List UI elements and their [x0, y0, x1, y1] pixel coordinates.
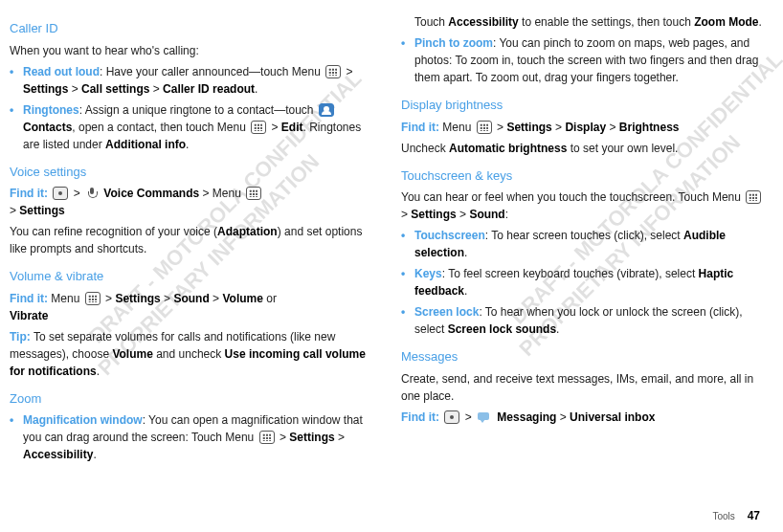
touchscreen-keys-heading: Touchscreen & keys [401, 166, 764, 186]
messages-heading: Messages [401, 347, 764, 366]
apps-icon-5 [259, 431, 275, 444]
screen-lock-item: Screen lock: To hear when you lock or un… [401, 303, 764, 338]
messages-find-it: Find it: > Messaging > Universal inbox [401, 409, 764, 426]
messages-body: Create, send, and receive text messages,… [401, 370, 764, 405]
display-body: Uncheck Automatic brightness to set your… [401, 140, 764, 157]
footer-section: Tools [713, 511, 735, 521]
touchscreen-label: Touchscreen [414, 229, 485, 242]
contacts-label: Contacts [23, 121, 72, 134]
apps-icon-6 [477, 121, 492, 134]
magnification-label: Magnification window [23, 413, 143, 427]
caller-id-heading: Caller ID [10, 19, 372, 38]
ringtones-item: Ringtones: Assign a unique ringtone to a… [10, 101, 372, 153]
messaging-icon [477, 410, 492, 424]
messaging-label: Messaging [497, 410, 556, 424]
display-label: Display [565, 121, 606, 134]
microphone-icon [85, 187, 99, 200]
apps-icon-7 [746, 190, 761, 204]
right-column: Touch Accessibility to enable the settin… [401, 10, 764, 467]
display-brightness-heading: Display brightness [401, 96, 764, 115]
touch-intro: You can hear or feel when you touch the … [401, 188, 764, 223]
voice-settings-heading: Voice settings [10, 163, 372, 182]
page-number: 47 [748, 509, 760, 522]
read-out-loud-text: : Have your caller announced—touch Menu [100, 65, 324, 78]
screen-lock-label: Screen lock [414, 305, 479, 319]
settings-label: Settings [23, 82, 68, 96]
screen-lock-sounds-label: Screen lock sounds [448, 322, 556, 336]
brightness-label: Brightness [619, 121, 680, 134]
launcher-icon [53, 187, 68, 200]
zoom-mode-label: Zoom Mode [694, 15, 758, 29]
pinch-zoom-label: Pinch to zoom [414, 36, 493, 50]
keys-label: Keys [414, 267, 442, 280]
edit-label: Edit [281, 121, 303, 134]
caller-id-readout-label: Caller ID readout [163, 82, 255, 96]
vibrate-label: Vibrate [10, 309, 48, 322]
apps-icon-4 [85, 292, 101, 305]
adaptation-label: Adaptation [217, 225, 278, 238]
voice-find-it: Find it: > Voice Commands > Menu > Setti… [10, 185, 372, 219]
left-column: Caller ID When you want to hear who's ca… [10, 10, 372, 467]
launcher-icon-2 [444, 410, 459, 424]
contacts-icon [319, 103, 334, 117]
apps-icon-3 [246, 187, 261, 200]
voice-commands-label: Voice Commands [103, 187, 199, 200]
call-settings-label: Call settings [81, 82, 149, 96]
caller-id-intro: When you want to hear who's calling: [10, 42, 372, 59]
volume-tip: Tip: To set separate volumes for calls a… [10, 328, 372, 380]
magnification-item: Magnification window: You can open a mag… [10, 411, 372, 463]
accessibility-label: Accessibility [23, 448, 93, 461]
auto-brightness-label: Automatic brightness [449, 142, 567, 155]
zoom-continuation: Touch Accessibility to enable the settin… [401, 13, 764, 31]
voice-settings-label: Settings [19, 204, 64, 217]
additional-info-label: Additional info [105, 138, 186, 151]
volume-label: Volume [222, 292, 262, 305]
pinch-zoom-item: Pinch to zoom: You can pinch to zoom on … [401, 34, 764, 86]
page-footer: Tools 47 [713, 507, 761, 524]
apps-icon [325, 65, 341, 78]
read-out-loud-item: Read out loud: Have your caller announce… [10, 63, 372, 98]
universal-inbox-label: Universal inbox [570, 410, 655, 424]
voice-body: You can refine recognition of your voice… [10, 223, 372, 257]
keys-item: Keys: To feel screen keyboard touches (v… [401, 265, 764, 299]
display-find-it: Find it: Menu > Settings > Display > Bri… [401, 119, 764, 136]
apps-icon-2 [251, 121, 266, 134]
ringtones-label: Ringtones [23, 103, 79, 117]
sound-label: Sound [173, 292, 209, 305]
zoom-heading: Zoom [10, 389, 372, 409]
touchscreen-item: Touchscreen: To hear screen touches (cli… [401, 227, 764, 261]
read-out-loud-label: Read out loud [23, 65, 100, 78]
volume-find-it: Find it: Menu > Settings > Sound > Volum… [10, 290, 372, 324]
page-columns: Caller ID When you want to hear who's ca… [10, 10, 764, 467]
volume-vibrate-heading: Volume & vibrate [10, 267, 372, 286]
